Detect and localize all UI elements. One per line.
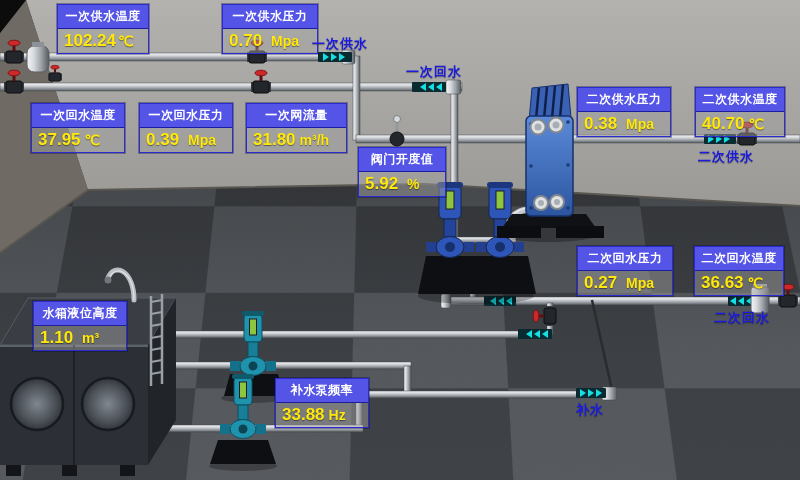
meter-primary-return-temp: 一次回水温度 37.95℃ [31,103,125,153]
flow-arrows-makeup [576,388,606,398]
pipe-makeup-suction-upper [148,362,411,369]
meter-tank-level: 水箱液位高度 1.10m³ [33,301,127,351]
pipe-makeup-discharge [360,391,608,398]
meter-value: 36.63 [701,273,744,293]
pipe-makeup-injection-riser [592,300,612,390]
meter-unit: m³/h [300,132,330,148]
valve-makeup-branch[interactable] [533,306,556,326]
pipe-label-primary-supply: 一次供水 [312,35,368,53]
meter-value: 0.39 [146,130,179,150]
makeup-pump-1[interactable] [230,311,276,376]
pipe-tank-return [150,331,552,338]
meter-value: 5.92 [365,174,398,194]
tank-manhole [11,378,63,430]
meter-label: 一次网流量 [247,104,346,128]
meter-value: 40.70 [702,114,745,134]
meter-value: 0.27 [584,273,617,293]
meter-primary-supply-temp: 一次供水温度 102.24℃ [57,4,149,54]
meter-value: 102.24 [64,31,116,51]
meter-secondary-return-pressure: 二次回水压力 0.27Mpa [577,246,673,296]
strainer-pot [27,42,49,72]
meter-unit: Mpa [626,116,654,132]
meter-label: 二次供水温度 [696,88,784,112]
meter-value: 0.70 [229,31,262,51]
meter-unit: ℃ [85,132,101,148]
meter-unit: % [407,176,419,192]
meter-unit: Mpa [626,275,654,291]
pipe-label-secondary-return: 二次回水 [714,309,770,327]
meter-label: 补水泵频率 [276,379,368,403]
flow-arrows-secondary-return-right [728,296,754,306]
meter-label: 二次回水温度 [695,247,783,271]
meter-secondary-return-temp: 二次回水温度 36.63℃ [694,246,784,296]
meter-value: 0.38 [584,114,617,134]
meter-primary-supply-pressure: 一次供水压力 0.70Mpa [222,4,318,54]
meter-label: 一次供水压力 [223,5,317,29]
meter-unit: Mpa [188,132,216,148]
flow-arrows-primary-supply [318,52,352,62]
meter-value: 33.88 [282,405,325,425]
meter-value: 1.10 [40,328,73,348]
meter-unit: m³ [82,330,99,346]
meter-value: 37.95 [38,130,81,150]
meter-valve-opening: 阀门开度值 5.92% [358,147,446,197]
meter-unit: ℃ [118,33,134,49]
meter-label: 一次供水温度 [58,5,148,29]
meter-secondary-supply-pressure: 二次供水压力 0.38Mpa [577,87,671,137]
meter-unit: Hz [329,407,346,423]
meter-primary-flow: 一次网流量 31.80m³/h [246,103,347,153]
flow-arrows-tank-return [518,329,552,339]
plant-scene [0,0,800,480]
meter-unit: ℃ [749,116,765,132]
meter-label: 水箱液位高度 [34,302,126,326]
scada-screen: 一次供水温度 102.24℃ 一次供水压力 0.70Mpa 一次回水温度 37.… [0,0,800,480]
meter-primary-return-pressure: 一次回水压力 0.39Mpa [139,103,233,153]
tank-manhole [82,378,134,430]
pipe-primary-supply [0,53,354,61]
meter-unit: ℃ [748,275,764,291]
meter-label: 阀门开度值 [359,148,445,172]
pipe-label-secondary-supply: 二次供水 [698,148,754,166]
pipe-label-makeup: 补水 [576,401,604,419]
meter-label: 二次回水压力 [578,247,672,271]
meter-makeup-pump-freq: 补水泵频率 33.88Hz [275,378,369,428]
meter-unit: Mpa [271,33,299,49]
meter-secondary-supply-temp: 二次供水温度 40.70℃ [695,87,785,137]
meter-label: 二次供水压力 [578,88,670,112]
meter-label: 一次回水压力 [140,104,232,128]
flow-arrows-primary-return [412,82,446,92]
pipe-primary-return [0,83,462,91]
meter-label: 一次回水温度 [32,104,124,128]
pipe-label-primary-return: 一次回水 [406,63,462,81]
meter-value: 31.80 [253,130,296,150]
pipe-primary-supply-drop [353,56,360,140]
